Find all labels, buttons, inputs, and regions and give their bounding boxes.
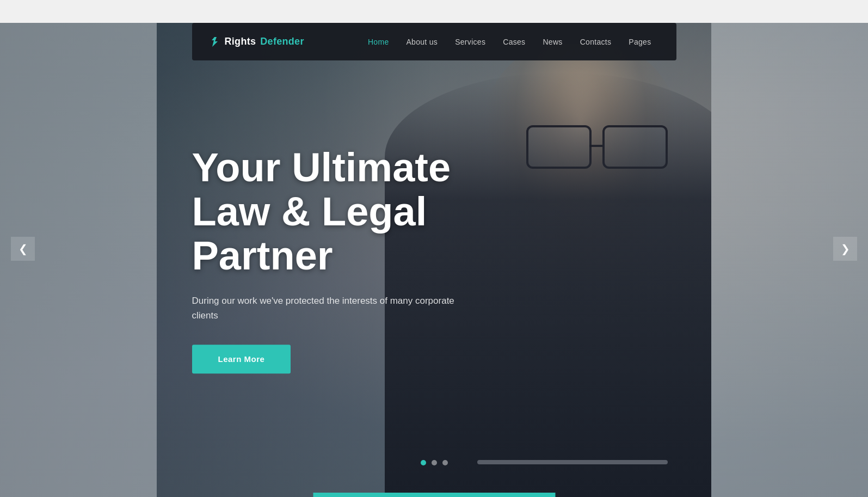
brand-logo[interactable]: Rights Defender [208,36,304,48]
nav-link-home[interactable]: Home [359,24,398,59]
slider-next-button[interactable]: ❯ [833,237,857,261]
brand-icon [208,36,220,48]
nav-item-services[interactable]: Services [446,24,494,59]
nav-item-home[interactable]: Home [359,24,398,59]
nav-item-news[interactable]: News [534,24,571,59]
nav-link-contacts[interactable]: Contacts [571,24,620,59]
slider-dot-2[interactable] [432,460,437,465]
nav-link-services[interactable]: Services [446,24,494,59]
nav-menu: Home About us Services Cases News Contac… [359,24,660,59]
nav-link-about[interactable]: About us [397,24,446,59]
hero-title-line1: Your Ultimate [192,145,451,190]
slider-dot-3[interactable] [442,460,448,465]
hero-title: Your Ultimate Law & Legal Partner [192,145,573,278]
hero-content: Your Ultimate Law & Legal Partner During… [192,124,676,374]
nav-item-cases[interactable]: Cases [494,24,534,59]
nav-link-pages[interactable]: Pages [620,24,660,59]
nav-item-about[interactable]: About us [397,24,446,59]
hero-cta-button[interactable]: Learn More [192,345,291,373]
brand-name-defender: Defender [260,36,304,47]
brand-name-rights: Rights [225,36,256,47]
slider-dot-1[interactable] [421,460,426,465]
nav-link-news[interactable]: News [534,24,571,59]
hero-subtitle: During our work we've protected the inte… [192,293,464,323]
chevron-left-icon: ❮ [19,242,28,255]
chevron-right-icon: ❯ [841,242,850,255]
hero-section: Rights Defender Home About us Services C… [0,0,868,497]
laptop-hint [477,460,668,464]
hero-title-line2: Law & Legal Partner [192,189,427,278]
nav-item-pages[interactable]: Pages [620,24,660,59]
bottom-accent-bar [313,493,555,497]
slider-prev-button[interactable]: ❮ [11,237,35,261]
nav-link-cases[interactable]: Cases [494,24,534,59]
slider-dots [421,460,448,465]
nav-item-contacts[interactable]: Contacts [571,24,620,59]
navbar: Rights Defender Home About us Services C… [192,23,676,60]
chrome-top [0,0,868,23]
